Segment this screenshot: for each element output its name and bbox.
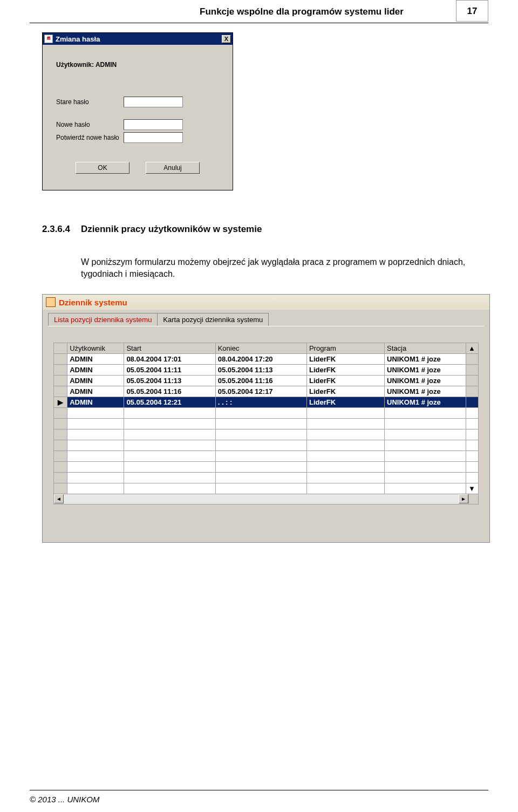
table-cell [215, 429, 306, 440]
col-end[interactable]: Koniec [215, 343, 306, 354]
row-header [54, 451, 67, 462]
table-cell[interactable]: ADMIN [67, 386, 124, 397]
table-cell[interactable]: ADMIN [67, 376, 124, 386]
table-cell[interactable]: 05.05.2004 11:16 [124, 386, 215, 397]
dialog-title-text: Zmiana hasła [56, 35, 100, 43]
footer-divider [30, 790, 488, 790]
scroll-track-cell [466, 376, 479, 386]
table-cell [385, 408, 466, 419]
table-cell [385, 429, 466, 440]
table-cell[interactable]: UNIKOM1 # joze [385, 376, 466, 386]
table-cell[interactable]: ADMIN [67, 354, 124, 365]
table-row[interactable]: ADMIN05.05.2004 11:1305.05.2004 11:16Lid… [54, 376, 479, 386]
table-cell [124, 473, 215, 483]
cancel-button[interactable]: Anuluj [146, 162, 200, 174]
scroll-track-cell [466, 397, 479, 408]
scroll-up-button[interactable]: ▲ [466, 343, 479, 354]
section-number: 2.3.6.4 [42, 224, 70, 235]
row-header: ▶ [54, 397, 67, 408]
table-row[interactable]: ADMIN08.04.2004 17:0108.04.2004 17:20Lid… [54, 354, 479, 365]
col-user[interactable]: Użytkownik [67, 343, 124, 354]
table-cell [124, 483, 215, 494]
table-cell[interactable]: ADMIN [67, 397, 124, 408]
row-header [54, 376, 67, 386]
table-cell[interactable]: 05.05.2004 12:21 [124, 397, 215, 408]
table-cell[interactable]: UNIKOM1 # joze [385, 354, 466, 365]
col-station[interactable]: Stacja [385, 343, 466, 354]
table-row[interactable]: ▶ADMIN05.05.2004 12:21. . : :LiderFKUNIK… [54, 397, 479, 408]
table-cell[interactable]: UNIKOM1 # joze [385, 397, 466, 408]
table-cell [67, 473, 124, 483]
log-table[interactable]: Użytkownik Start Koniec Program Stacja ▲… [53, 343, 479, 494]
logwin-title-text: Dziennik systemu [59, 298, 127, 307]
table-cell [67, 408, 124, 419]
app-icon [46, 297, 56, 307]
table-cell [215, 408, 306, 419]
table-cell [306, 419, 384, 429]
table-cell[interactable]: LiderFK [306, 365, 384, 376]
logwin-titlebar[interactable]: Dziennik systemu [43, 295, 489, 310]
change-password-dialog: ≝ Zmiana hasła X Użytkownik: ADMIN Stare… [42, 32, 233, 190]
table-cell[interactable]: ADMIN [67, 365, 124, 376]
new-password-label: Nowe hasło [53, 121, 124, 128]
table-cell [385, 440, 466, 451]
row-header [54, 473, 67, 483]
table-cell[interactable]: LiderFK [306, 386, 384, 397]
section-body-text: W poniższym formularzu możemy obejrzeć j… [81, 256, 469, 279]
table-cell[interactable]: LiderFK [306, 354, 384, 365]
scroll-track[interactable] [64, 494, 459, 504]
old-password-input[interactable] [124, 97, 183, 107]
old-password-label: Stare hasło [53, 98, 124, 106]
col-start[interactable]: Start [124, 343, 215, 354]
table-cell [67, 451, 124, 462]
col-program[interactable]: Program [306, 343, 384, 354]
table-cell[interactable]: 05.05.2004 12:17 [215, 386, 306, 397]
scroll-left-button[interactable]: ◄ [54, 494, 64, 503]
page-header-title: Funkcje wspólne dla programów systemu li… [200, 6, 404, 17]
table-cell [124, 419, 215, 429]
scroll-right-button[interactable]: ► [459, 494, 468, 503]
table-row [54, 462, 479, 473]
table-cell[interactable]: . . : : [215, 397, 306, 408]
tab-card[interactable]: Karta pozycji dziennika systemu [157, 313, 269, 326]
page-number-box: 17 [456, 0, 488, 22]
close-icon[interactable]: X [222, 35, 231, 43]
table-row[interactable]: ADMIN05.05.2004 11:1105.05.2004 11:13Lid… [54, 365, 479, 376]
ok-button[interactable]: OK [76, 162, 130, 174]
table-cell[interactable]: 05.05.2004 11:13 [124, 376, 215, 386]
table-cell [124, 429, 215, 440]
table-cell [306, 440, 384, 451]
table-cell [215, 473, 306, 483]
table-cell [124, 462, 215, 473]
tab-list[interactable]: Lista pozycji dziennika systemu [48, 313, 158, 326]
scroll-track-cell [466, 462, 479, 473]
table-cell[interactable]: 08.04.2004 17:01 [124, 354, 215, 365]
table-row[interactable]: ADMIN05.05.2004 11:1605.05.2004 12:17Lid… [54, 386, 479, 397]
table-cell [215, 451, 306, 462]
table-cell[interactable]: 05.05.2004 11:11 [124, 365, 215, 376]
table-cell[interactable]: UNIKOM1 # joze [385, 386, 466, 397]
table-cell[interactable]: LiderFK [306, 376, 384, 386]
row-header [54, 462, 67, 473]
table-cell[interactable]: UNIKOM1 # joze [385, 365, 466, 376]
scroll-track-cell [466, 440, 479, 451]
new-password-input[interactable] [124, 119, 183, 130]
scroll-corner [468, 494, 478, 504]
table-row [54, 408, 479, 419]
user-label: Użytkownik: ADMIN [53, 61, 222, 69]
row-header-corner [54, 343, 67, 354]
table-cell[interactable]: 05.05.2004 11:16 [215, 376, 306, 386]
table-row [54, 440, 479, 451]
dialog-titlebar[interactable]: ≝ Zmiana hasła X [43, 33, 233, 45]
table-cell[interactable]: LiderFK [306, 397, 384, 408]
table-cell [215, 419, 306, 429]
table-cell[interactable]: 05.05.2004 11:13 [215, 365, 306, 376]
horizontal-scrollbar[interactable]: ◄ ► [53, 494, 479, 504]
row-header [54, 429, 67, 440]
table-cell [385, 419, 466, 429]
confirm-password-input[interactable] [124, 132, 183, 143]
table-cell [385, 473, 466, 483]
table-cell [67, 440, 124, 451]
scroll-down-button[interactable]: ▼ [466, 483, 479, 494]
table-cell[interactable]: 08.04.2004 17:20 [215, 354, 306, 365]
